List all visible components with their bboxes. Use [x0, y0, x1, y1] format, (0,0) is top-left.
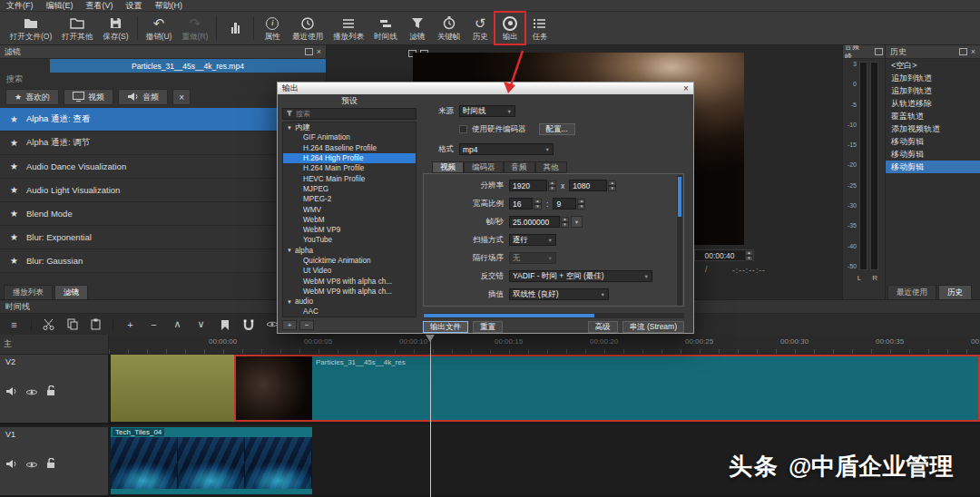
- marker-icon[interactable]: [218, 317, 231, 331]
- menu-item[interactable]: 文件(F): [0, 0, 40, 11]
- jobs-button[interactable]: 任务: [525, 13, 554, 44]
- presets-search-input[interactable]: 搜索: [282, 108, 416, 120]
- history-list-item[interactable]: 移动剪辑: [886, 148, 980, 161]
- history-list-item[interactable]: 追加到轨道: [886, 72, 980, 84]
- fps-presets-dropdown[interactable]: ▼: [571, 216, 583, 228]
- close-panel-icon[interactable]: ×: [971, 48, 975, 56]
- timeline-menu-icon[interactable]: ≡: [7, 317, 21, 331]
- preset-tree-item[interactable]: ▼ Quicktime Animation: [283, 256, 416, 266]
- history-list-item[interactable]: 追加到轨道: [886, 84, 980, 97]
- filter-tab-audio[interactable]: 音频: [118, 89, 168, 105]
- fps-input[interactable]: 25.000000: [509, 216, 560, 228]
- export-file-button[interactable]: 输出文件: [423, 321, 468, 333]
- fps-spinner[interactable]: ▲▼: [561, 217, 569, 228]
- clip-v1-1[interactable]: Tech_Tiles_04: [111, 427, 312, 494]
- preset-tree-item[interactable]: ▼ audio: [283, 297, 416, 307]
- lift-icon[interactable]: ∧: [171, 317, 184, 331]
- tab-filters[interactable]: 滤镜: [54, 285, 88, 299]
- export-button[interactable]: 输出: [495, 13, 524, 44]
- filters-button[interactable]: 滤镜: [403, 13, 432, 44]
- overwrite-icon[interactable]: ∨: [194, 317, 208, 331]
- favorite-star-icon[interactable]: ★: [10, 209, 18, 219]
- preset-tree-item[interactable]: ▼ alpha: [283, 246, 416, 256]
- history-list-item[interactable]: 添加视频轨道: [886, 122, 980, 135]
- hide-track-icon[interactable]: [25, 456, 38, 473]
- float-panel-icon[interactable]: [305, 48, 313, 55]
- preset-tree-item[interactable]: ▼ HEVC Main Profile: [283, 173, 416, 183]
- redo-button[interactable]: ↷ 重做(R): [177, 13, 212, 44]
- paste-icon[interactable]: [89, 317, 103, 331]
- preset-tree-item[interactable]: ▼ AAC: [283, 307, 416, 317]
- tab-playlist[interactable]: 播放列表: [4, 285, 53, 299]
- recent-button[interactable]: 最近使用: [288, 13, 328, 44]
- float-panel-icon[interactable]: [959, 48, 967, 55]
- history-list-item[interactable]: 从轨道移除: [886, 97, 980, 110]
- clear-filter-search-button[interactable]: ×: [172, 89, 191, 105]
- playlist-button[interactable]: 播放列表: [328, 13, 368, 44]
- hide-track-icon[interactable]: [25, 384, 38, 400]
- preset-tree-item[interactable]: ▼ Ut Video: [283, 266, 416, 276]
- aspect-width-spinner[interactable]: ▲▼: [534, 199, 542, 210]
- cut-icon[interactable]: [42, 317, 55, 331]
- favorite-star-icon[interactable]: ★: [10, 256, 18, 266]
- clip-v2-1[interactable]: [111, 355, 234, 422]
- deinterlacer-dropdown[interactable]: YADIF - 时间 + 空间 (最佳) ▼: [509, 270, 652, 282]
- save-button[interactable]: 保存(S): [98, 13, 132, 44]
- player-position-spinbox[interactable]: 00:00:40 ▲ ▼: [694, 249, 754, 261]
- timeline-ruler[interactable]: 主 00:00:0000:00:0500:00:1000:00:1500:00:…: [0, 335, 980, 355]
- lock-track-icon[interactable]: [46, 384, 55, 400]
- configure-button[interactable]: 配置...: [539, 123, 575, 135]
- position-spinner[interactable]: ▲ ▼: [745, 250, 753, 261]
- favorite-star-icon[interactable]: ★: [10, 185, 18, 195]
- preset-tree-item[interactable]: ▼ GIF Animation: [283, 132, 416, 142]
- resolution-height-spinner[interactable]: ▲▼: [608, 180, 616, 191]
- tab-recent[interactable]: 最近使用: [887, 285, 936, 299]
- float-panel-icon[interactable]: [875, 48, 883, 55]
- aspect-height-spinner[interactable]: ▲▼: [577, 199, 585, 210]
- favorite-star-icon[interactable]: ★: [10, 161, 18, 171]
- export-settings-tab[interactable]: 音频: [504, 161, 535, 173]
- spin-down-icon[interactable]: ▼: [745, 256, 753, 261]
- history-list-item[interactable]: 移动剪辑: [886, 161, 980, 173]
- tab-history[interactable]: 历史: [938, 285, 972, 299]
- ripple-delete-icon[interactable]: −: [147, 317, 161, 331]
- vertical-scrollbar[interactable]: [677, 175, 682, 306]
- copy-icon[interactable]: [65, 317, 79, 331]
- timeline-button[interactable]: 时间线: [369, 13, 402, 44]
- mute-track-icon[interactable]: [5, 456, 17, 473]
- export-settings-tab[interactable]: 编码器: [464, 161, 504, 173]
- scan-mode-dropdown[interactable]: 逐行 ▼: [509, 234, 556, 246]
- favorite-star-icon[interactable]: ★: [10, 232, 18, 242]
- undo-button[interactable]: ↶ 撤销(U): [142, 13, 177, 44]
- lock-track-icon[interactable]: [46, 456, 55, 473]
- aspect-width-input[interactable]: 16: [509, 198, 533, 210]
- stream-button[interactable]: 串流 (Stream): [622, 321, 684, 333]
- favorite-star-icon[interactable]: ★: [10, 138, 18, 148]
- export-settings-tab[interactable]: 其他: [535, 161, 567, 173]
- properties-button[interactable]: i 属性: [258, 13, 287, 44]
- preset-tree-item[interactable]: ▼ YouTube: [283, 235, 416, 245]
- mute-track-icon[interactable]: [5, 384, 17, 400]
- horizontal-scrollbar[interactable]: [423, 313, 684, 318]
- preset-tree-item[interactable]: ▼ H.264 High Profile: [283, 153, 416, 163]
- scrollbar-thumb[interactable]: [678, 177, 681, 217]
- timeline-ruler-scale[interactable]: 00:00:0000:00:0500:00:1000:00:1500:00:20…: [109, 335, 980, 355]
- preset-tree-item[interactable]: ▼ WebM VP9 with alpha ch...: [283, 287, 416, 297]
- collapse-arrow-icon[interactable]: ▼: [287, 248, 295, 253]
- from-dropdown[interactable]: 时间线 ▼: [459, 105, 515, 117]
- close-panel-icon[interactable]: ×: [317, 48, 321, 56]
- reset-button[interactable]: 重置: [473, 321, 503, 333]
- keyframes-button[interactable]: 关键帧: [433, 13, 466, 44]
- resolution-height-input[interactable]: 1080: [569, 180, 607, 191]
- open-other-button[interactable]: 打开其他: [57, 13, 97, 44]
- export-dialog-titlebar[interactable]: 输出 ×: [278, 83, 693, 94]
- menu-item[interactable]: 设置: [120, 0, 149, 11]
- menu-item[interactable]: 查看(V): [80, 0, 120, 11]
- add-preset-button[interactable]: +: [282, 320, 297, 330]
- preset-tree-item[interactable]: ▼ H.264 Main Profile: [283, 163, 416, 173]
- preset-tree-item[interactable]: ▼ WebM VP8 with alpha ch...: [283, 276, 416, 286]
- playhead-line[interactable]: [430, 335, 431, 497]
- resolution-width-input[interactable]: 1920: [509, 180, 547, 191]
- dialog-close-icon[interactable]: ×: [679, 83, 693, 94]
- hardware-encoder-checkbox[interactable]: [459, 125, 467, 133]
